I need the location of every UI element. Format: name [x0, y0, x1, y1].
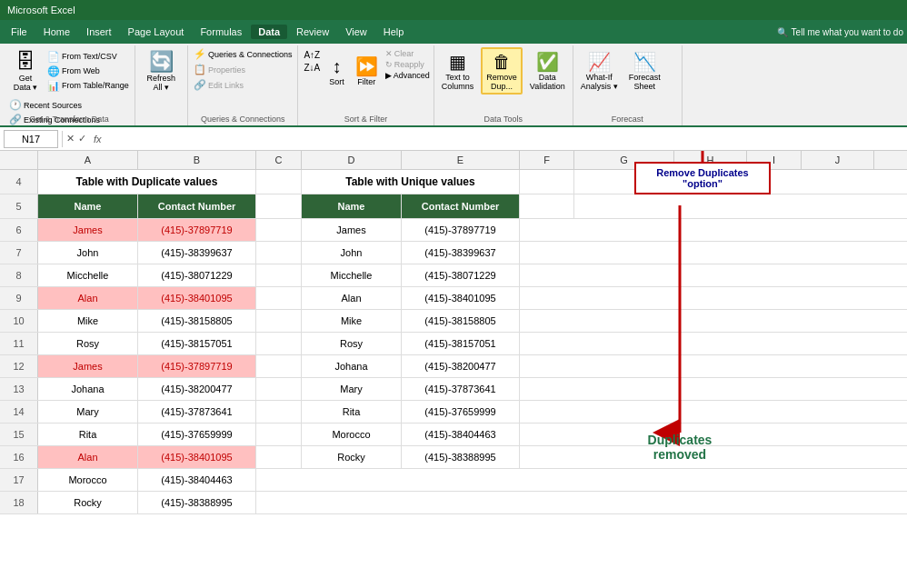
confirm-formula-icon[interactable]: ✓: [78, 133, 86, 145]
get-data-button[interactable]: 🗄 GetData ▾: [7, 47, 44, 95]
sort-za-button[interactable]: Z↓A: [302, 62, 322, 74]
col-header-g[interactable]: G: [574, 151, 674, 169]
cell-13b[interactable]: (415)-38200477: [138, 378, 256, 400]
rows-area: 4 Table with Duplicate values Table with…: [0, 170, 907, 514]
cell-15d[interactable]: Morocco: [302, 424, 402, 445]
reapply-button[interactable]: ↻ Reapply: [385, 60, 430, 69]
cell-6b[interactable]: (415)-37897719: [138, 219, 256, 241]
cell-6d[interactable]: James: [302, 219, 402, 241]
cell-4d[interactable]: Table with Unique values: [302, 170, 520, 194]
cell-5b[interactable]: Contact Number: [138, 194, 256, 218]
cell-15e[interactable]: (415)-38404463: [402, 424, 520, 445]
cell-5d[interactable]: Name: [302, 194, 402, 218]
cancel-formula-icon[interactable]: ✕: [66, 133, 75, 145]
from-text-csv-button[interactable]: 📄 From Text/CSV: [45, 50, 131, 64]
col-header-f[interactable]: F: [520, 151, 574, 169]
col-header-h[interactable]: H: [674, 151, 747, 169]
col-header-i[interactable]: I: [747, 151, 802, 169]
forecast-sheet-button[interactable]: 📉 ForecastSheet: [625, 47, 664, 95]
menu-help[interactable]: Help: [376, 25, 412, 39]
col-header-c[interactable]: C: [256, 151, 302, 169]
from-table-button[interactable]: 📊 From Table/Range: [45, 79, 131, 93]
from-web-button[interactable]: 🌐 From Web: [45, 65, 131, 78]
cell-9e[interactable]: (415)-38401095: [402, 287, 520, 309]
cell-7a[interactable]: John: [38, 242, 138, 264]
cell-6a[interactable]: James: [38, 219, 138, 241]
cell-12e[interactable]: (415)-38200477: [402, 355, 520, 377]
cell-9d[interactable]: Alan: [302, 287, 402, 309]
sort-az-button[interactable]: A↑Z: [302, 49, 322, 61]
cell-11e[interactable]: (415)-38157051: [402, 333, 520, 354]
cell-6e[interactable]: (415)-37897719: [402, 219, 520, 241]
cell-9a[interactable]: Alan: [38, 287, 138, 309]
cell-11b[interactable]: (415)-38157051: [138, 333, 256, 354]
menu-file[interactable]: File: [4, 25, 35, 39]
properties-button[interactable]: 📋 Properties: [192, 63, 294, 76]
refresh-button[interactable]: 🔄 RefreshAll ▾: [140, 47, 182, 95]
filter-button[interactable]: ⏩ Filter: [352, 47, 382, 95]
cell-12a[interactable]: James: [38, 355, 138, 377]
cell-8b[interactable]: (415)-38071229: [138, 264, 256, 286]
cell-8e[interactable]: (415)-38071229: [402, 264, 520, 286]
cell-12d[interactable]: Johana: [302, 355, 402, 377]
cell-18b[interactable]: (415)-38388995: [138, 492, 256, 513]
cell-8d[interactable]: Micchelle: [302, 264, 402, 286]
col-header-a[interactable]: A: [38, 151, 138, 169]
cell-10b[interactable]: (415)-38158805: [138, 310, 256, 332]
cell-4a[interactable]: Table with Duplicate values: [38, 170, 256, 194]
cell-9b[interactable]: (415)-38401095: [138, 287, 256, 309]
cell-16b[interactable]: (415)-38401095: [138, 446, 256, 468]
menu-insert[interactable]: Insert: [79, 25, 119, 39]
cell-14a[interactable]: Mary: [38, 401, 138, 423]
cell-12b[interactable]: (415)-37897719: [138, 355, 256, 377]
col-header-b[interactable]: B: [138, 151, 256, 169]
cell-10a[interactable]: Mike: [38, 310, 138, 332]
cell-7d[interactable]: John: [302, 242, 402, 264]
queries-connections-button[interactable]: ⚡ Queries & Connections: [192, 47, 294, 61]
menu-page-layout[interactable]: Page Layout: [121, 25, 192, 39]
menu-data[interactable]: Data: [251, 25, 287, 39]
sort-button[interactable]: ↕ Sort: [325, 47, 348, 95]
menu-home[interactable]: Home: [36, 25, 77, 39]
cell-13d[interactable]: Mary: [302, 378, 402, 400]
clear-button[interactable]: ✕ Clear: [385, 49, 430, 58]
text-to-columns-button[interactable]: ▦ Text toColumns: [438, 47, 478, 95]
cell-16e[interactable]: (415)-38388995: [402, 446, 520, 468]
formula-input[interactable]: [109, 130, 903, 148]
cell-10d[interactable]: Mike: [302, 310, 402, 332]
edit-links-button[interactable]: 🔗 Edit Links: [192, 78, 294, 92]
menu-review[interactable]: Review: [289, 25, 336, 39]
data-validation-button[interactable]: ✅ DataValidation: [526, 47, 569, 95]
cell-5a[interactable]: Name: [38, 194, 138, 218]
cell-13e[interactable]: (415)-37873641: [402, 378, 520, 400]
what-if-analysis-button[interactable]: 📈 What-IfAnalysis ▾: [577, 47, 622, 95]
cell-13a[interactable]: Johana: [38, 378, 138, 400]
remove-duplicates-button[interactable]: 🗑 RemoveDup...: [481, 47, 523, 95]
cell-14d[interactable]: Rita: [302, 401, 402, 423]
menu-formulas[interactable]: Formulas: [193, 25, 249, 39]
cell-7e[interactable]: (415)-38399637: [402, 242, 520, 264]
name-box[interactable]: [4, 130, 58, 148]
cell-11d[interactable]: Rosy: [302, 333, 402, 354]
cell-14e[interactable]: (415)-37659999: [402, 401, 520, 423]
col-header-e[interactable]: E: [402, 151, 520, 169]
col-header-j[interactable]: J: [802, 151, 874, 169]
ribbon: 🗄 GetData ▾ 📄 From Text/CSV 🌐 From Web 📊…: [0, 44, 907, 127]
cell-5e[interactable]: Contact Number: [402, 194, 520, 218]
cell-15a[interactable]: Rita: [38, 424, 138, 445]
advanced-button[interactable]: ▶ Advanced: [385, 71, 430, 80]
cell-8a[interactable]: Micchelle: [38, 264, 138, 286]
cell-16d[interactable]: Rocky: [302, 446, 402, 468]
recent-sources-button[interactable]: 🕐 Recent Sources: [7, 98, 131, 112]
cell-15b[interactable]: (415)-37659999: [138, 424, 256, 445]
cell-7b[interactable]: (415)-38399637: [138, 242, 256, 264]
menu-view[interactable]: View: [338, 25, 374, 39]
cell-11a[interactable]: Rosy: [38, 333, 138, 354]
cell-14b[interactable]: (415)-37873641: [138, 401, 256, 423]
cell-17a[interactable]: Morocco: [38, 469, 138, 491]
col-header-d[interactable]: D: [302, 151, 402, 169]
cell-16a[interactable]: Alan: [38, 446, 138, 468]
cell-18a[interactable]: Rocky: [38, 492, 138, 513]
cell-17b[interactable]: (415)-38404463: [138, 469, 256, 491]
cell-10e[interactable]: (415)-38158805: [402, 310, 520, 332]
